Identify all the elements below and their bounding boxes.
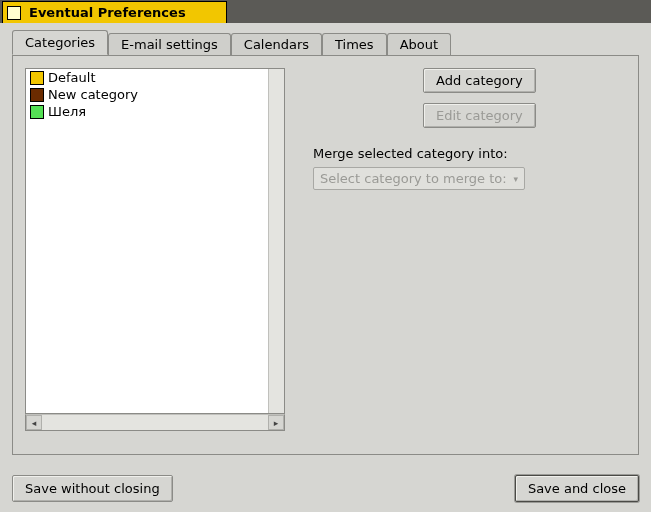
merge-category-dropdown: Select category to merge to: ▾ — [313, 167, 525, 190]
merge-dropdown-text: Select category to merge to: — [320, 171, 507, 186]
save-and-close-button[interactable]: Save and close — [515, 475, 639, 502]
add-category-button[interactable]: Add category — [423, 68, 536, 93]
app-icon — [7, 6, 21, 20]
tab-calendars[interactable]: Calendars — [231, 33, 322, 56]
window-body: Categories E-mail settings Calendars Tim… — [0, 23, 651, 512]
categories-right-column: Add category Edit category Merge selecte… — [285, 68, 626, 442]
scroll-left-icon[interactable]: ◂ — [26, 415, 42, 430]
merge-label: Merge selected category into: — [313, 146, 508, 161]
chevron-down-icon: ▾ — [513, 174, 518, 184]
list-item[interactable]: Default — [26, 69, 268, 86]
save-without-closing-button[interactable]: Save without closing — [12, 475, 173, 502]
tab-panel-categories: Default New category Шеля ◂ ▸ — [12, 55, 639, 455]
tab-categories[interactable]: Categories — [12, 30, 108, 55]
categories-list-scroll[interactable]: Default New category Шеля — [26, 69, 268, 413]
tab-row: Categories E-mail settings Calendars Tim… — [0, 23, 651, 55]
color-swatch-icon — [30, 105, 44, 119]
tab-times[interactable]: Times — [322, 33, 387, 56]
list-item-label: New category — [48, 87, 138, 102]
horizontal-scrollbar[interactable]: ◂ ▸ — [25, 414, 285, 431]
bottom-bar: Save without closing Save and close — [12, 475, 639, 502]
titlebar-inner: Eventual Preferences — [2, 1, 227, 24]
window-title: Eventual Preferences — [29, 5, 186, 20]
categories-listbox[interactable]: Default New category Шеля — [25, 68, 285, 414]
tab-email-settings[interactable]: E-mail settings — [108, 33, 231, 56]
tab-about[interactable]: About — [387, 33, 451, 56]
edit-category-button: Edit category — [423, 103, 536, 128]
list-item[interactable]: Шеля — [26, 103, 268, 120]
color-swatch-icon — [30, 88, 44, 102]
titlebar: Eventual Preferences — [0, 0, 651, 23]
add-edit-button-group: Add category Edit category — [423, 68, 536, 138]
list-item-label: Шеля — [48, 104, 86, 119]
color-swatch-icon — [30, 71, 44, 85]
list-item-label: Default — [48, 70, 96, 85]
list-item[interactable]: New category — [26, 86, 268, 103]
categories-left-column: Default New category Шеля ◂ ▸ — [25, 68, 285, 442]
scroll-right-icon[interactable]: ▸ — [268, 415, 284, 430]
vertical-scrollbar[interactable] — [268, 69, 284, 413]
